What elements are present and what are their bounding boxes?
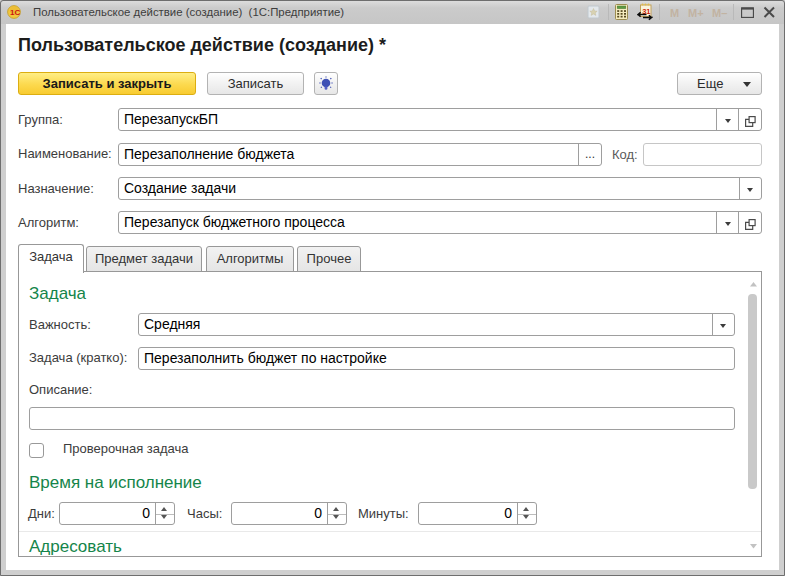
svg-text:1С: 1С (10, 8, 20, 17)
